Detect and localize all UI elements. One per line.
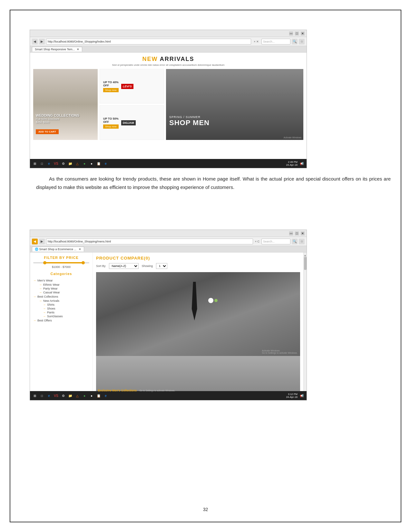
new-arrivals-subtitle: Sed ut perspiciatis unde omnis iste natu…	[33, 64, 303, 66]
browser1-tab[interactable]: Smart Shop Responsive Tem... ✕	[32, 47, 82, 52]
brand-offer-digjam: UP TO 50% OFF Shop now DIGJAM	[100, 105, 164, 140]
task-icon-1[interactable]: □	[39, 161, 45, 166]
price-slider-track	[33, 262, 89, 263]
browser2-forward-button[interactable]: ▶	[39, 239, 45, 244]
browser2-task-icon-5[interactable]: 📁	[67, 393, 73, 399]
search-input[interactable]: Search...	[261, 39, 290, 44]
man-image	[166, 69, 303, 140]
browser2-task-icon-1[interactable]: □	[39, 393, 45, 399]
browser2-task-icon-10[interactable]: e	[103, 393, 109, 399]
browser1-tab-bar: Smart Shop Responsive Tem... ✕	[30, 46, 307, 53]
category-item-casual-wear[interactable]: → Casual Wear	[33, 291, 89, 294]
brand-offer-levis: UP TO 40% OFF Shop now LEVI'S	[100, 69, 164, 103]
browser2-taskbar-notifications[interactable]: 📢	[299, 393, 305, 399]
banner-left: WEDDING COLLECTIONS Flat 50% Discount $2…	[33, 69, 98, 140]
browser2-search-input[interactable]: Search...	[261, 239, 290, 244]
browser2-maximize-button[interactable]: □	[295, 232, 299, 235]
task-icon-9[interactable]: 📋	[96, 161, 102, 166]
new-arrivals-section: NEW ARRIVALS Sed ut perspiciatis unde om…	[33, 56, 303, 66]
category-item-party-wear[interactable]: → Party Wear	[33, 287, 89, 291]
banner-middle: UP TO 40% OFF Shop now LEVI'S UP TO 50% …	[100, 69, 164, 140]
browser-window-1: — □ ✕ ◀ ▶ http://localhost:8080/Online_S…	[30, 30, 307, 168]
page-number: 32	[203, 507, 208, 512]
browser2-close-button[interactable]: ✕	[301, 232, 305, 235]
forward-button[interactable]: ▶	[39, 39, 45, 44]
sort-by-select[interactable]: Name(A-Z) Name(Z-A) Price Low-High Price…	[109, 263, 139, 269]
browser2-main-content: PRODUCT COMPARE(0) Sort By Name(A-Z) Nam…	[93, 252, 303, 400]
taskbar-notifications[interactable]: 📢	[299, 161, 305, 166]
levis-logo: LEVI'S	[121, 84, 133, 89]
price-slider-fill	[44, 262, 84, 263]
browser2-task-icon-7[interactable]: ●	[82, 393, 87, 399]
start-icon[interactable]: ⊞	[32, 161, 38, 166]
browser2-start-icon[interactable]: ⊞	[32, 393, 38, 399]
maximize-button[interactable]: □	[295, 32, 299, 35]
browser1-address-bar: ◀ ▶ http://localhost:8080/Online_Shoppin…	[30, 37, 307, 46]
scroll-up-button[interactable]: ▲	[304, 254, 307, 257]
arrow-icon: →	[43, 307, 46, 310]
product-compare-title: PRODUCT COMPARE(0)	[96, 256, 300, 261]
page-border: — □ ✕ ◀ ▶ http://localhost:8080/Online_S…	[10, 10, 401, 522]
back-button[interactable]: ◀	[32, 39, 38, 44]
task-icon-7[interactable]: ●	[82, 161, 87, 166]
task-icon-4[interactable]: ⚙	[60, 161, 66, 166]
arrow-icon: →	[43, 303, 46, 306]
shop-now-button-top[interactable]: Shop now	[103, 88, 119, 92]
browser2-url-input[interactable]: http://localhost:8080/Online_Shopping/me…	[46, 239, 253, 244]
minimize-button[interactable]: —	[289, 32, 293, 35]
browser2-task-icon-3[interactable]: VS	[53, 393, 59, 399]
browser2-star-icon[interactable]: ☆	[299, 239, 305, 244]
taskbar-time: 2:49 PM 24-Apr-18	[286, 161, 298, 166]
scroll-thumb[interactable]	[304, 257, 307, 270]
browser2-task-icon-8[interactable]: ●	[89, 393, 94, 399]
category-item-sunglasses[interactable]: → SunGlasses	[33, 314, 89, 318]
add-to-cart-button[interactable]: ADD TO CART	[36, 129, 59, 134]
activate-windows-note: Activate Windows	[284, 136, 301, 139]
category-item-ethnic-wear[interactable]: → Ethinic Wear	[33, 283, 89, 287]
price-range-text: $1000 - $7000	[33, 265, 89, 269]
price-slider-handle-right[interactable]	[82, 261, 85, 264]
paragraph-section: As the consumers are looking for trendy …	[36, 175, 391, 191]
browser2-search-icon[interactable]: 🔍	[292, 239, 298, 244]
browser2-task-icon-6[interactable]: △	[74, 393, 80, 399]
browser2-task-icon-9[interactable]: 📋	[96, 393, 102, 399]
activate-windows-inline: Go to Settings to activate Windows.	[140, 389, 175, 392]
category-item-pants[interactable]: → Pants	[33, 310, 89, 314]
product-image-suit: Activate WindowsGo to Settings to activa…	[96, 272, 300, 356]
browser2-minimize-button[interactable]: —	[289, 232, 293, 235]
task-icon-3[interactable]: VS	[53, 161, 59, 166]
browser2-tab[interactable]: 🌐 Smart Shop a Ecommerce ... ✕	[32, 247, 84, 251]
category-item-best-collections[interactable]: → Best Collections	[33, 294, 89, 299]
browser2-scrollbar[interactable]: ▲ ▼	[303, 252, 307, 400]
price-slider[interactable]: $1000 - $7000	[33, 262, 89, 269]
browser2-sidebar: FILTER BY PRICE $1000 - $7000 Categories	[30, 252, 93, 400]
banner-left-text: WEDDING COLLECTIONS Flat 50% Discount $2…	[36, 113, 79, 124]
browser2-taskbar-time: 3:12 PM 24-Apr-18	[286, 393, 298, 399]
browser2-task-icon-4[interactable]: ⚙	[60, 393, 66, 399]
task-icon-2[interactable]: e	[46, 161, 52, 166]
shop-now-button-bottom[interactable]: Shop now	[103, 124, 119, 129]
category-item-shirts[interactable]: → Shirts	[33, 303, 89, 307]
task-icon-10[interactable]: e	[103, 161, 109, 166]
star-icon[interactable]: ☆	[299, 39, 305, 44]
arrow-icon: →	[33, 319, 36, 322]
showing-select[interactable]: 12 24 48	[156, 263, 167, 269]
categories-title: Categories	[33, 272, 89, 276]
browser1-taskbar: ⊞ □ e VS ⚙ 📁 △ ● ● 📋 e 2:49 PM 24-Apr-18…	[30, 159, 307, 168]
browser2-task-icon-2[interactable]: e	[46, 393, 52, 399]
category-item-best-offers[interactable]: → Best Offers	[33, 318, 89, 323]
search-button[interactable]: 🔍	[292, 39, 298, 44]
banner-right: SPRING / SUMMER SHOP MEN Activate Window…	[166, 69, 303, 140]
task-icon-8[interactable]: ●	[89, 161, 94, 166]
close-button[interactable]: ✕	[301, 32, 305, 35]
category-item-mens-wear[interactable]: → Men's Wear	[33, 278, 89, 283]
product-image-second: Exclusive Men's Collections Go to Settin…	[96, 356, 300, 395]
category-item-new-arrivals[interactable]: → New Arrivals	[33, 299, 89, 303]
category-item-shoes[interactable]: → Shoes	[33, 307, 89, 310]
arrow-icon: →	[33, 295, 36, 298]
task-icon-5[interactable]: 📁	[67, 161, 73, 166]
task-icon-6[interactable]: △	[74, 161, 80, 166]
url-input[interactable]: http://localhost:8080/Online_Shopping/in…	[46, 39, 251, 44]
browser2-back-button[interactable]: ◀	[32, 239, 38, 244]
price-slider-handle-left[interactable]	[43, 261, 46, 264]
